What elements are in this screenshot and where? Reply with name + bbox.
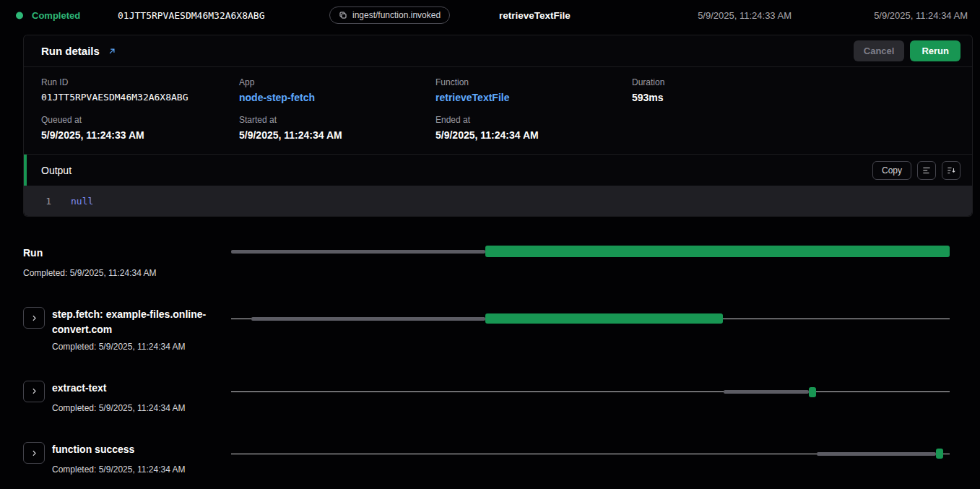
arrow-up-right-icon bbox=[107, 46, 117, 56]
app-link[interactable]: node-step-fetch bbox=[239, 92, 315, 103]
timeline-track bbox=[231, 246, 950, 257]
field-run-id: Run ID 01JTT5RPVAESDM46M32A6X8ABG bbox=[41, 77, 239, 103]
copy-button[interactable]: Copy bbox=[872, 161, 911, 180]
queued-segment bbox=[817, 452, 936, 456]
output-accent-bar bbox=[24, 155, 27, 186]
queued-segment bbox=[724, 390, 809, 394]
timeline-track bbox=[231, 448, 950, 459]
step-duration-marker[interactable] bbox=[809, 387, 816, 397]
align-left-icon bbox=[922, 165, 932, 176]
queued-segment bbox=[231, 250, 485, 254]
run-duration-bar[interactable] bbox=[485, 246, 950, 257]
run-metadata: Run ID 01JTT5RPVAESDM46M32A6X8ABG App no… bbox=[24, 67, 972, 154]
output-section-header: Output Copy bbox=[24, 154, 972, 186]
timeline-row-name: Run bbox=[23, 246, 157, 260]
field-label: App bbox=[239, 77, 435, 87]
run-status: Completed bbox=[16, 10, 80, 21]
field-value: 593ms bbox=[632, 92, 955, 103]
top-run-id: 01JTT5RPVAESDM46M32A6X8ABG bbox=[118, 10, 265, 21]
line-number: 1 bbox=[24, 196, 51, 207]
sort-output-button[interactable] bbox=[942, 161, 961, 180]
status-label: Completed bbox=[32, 10, 80, 21]
event-badge[interactable]: ingest/function.invoked bbox=[329, 7, 450, 24]
field-value: 5/9/2025, 11:24:34 AM bbox=[435, 129, 632, 141]
field-app: App node-step-fetch bbox=[239, 77, 435, 103]
open-run-details-button[interactable] bbox=[107, 46, 117, 56]
expand-step-button[interactable] bbox=[23, 442, 45, 464]
top-bar: Completed 01JTT5RPVAESDM46M32A6X8ABG ing… bbox=[0, 0, 980, 30]
top-function-name: retrieveTextFile bbox=[499, 10, 571, 21]
timeline-row-name: step.fetch: example-files.online-convert… bbox=[52, 307, 217, 337]
timeline-row-step-fetch: step.fetch: example-files.online-convert… bbox=[23, 307, 950, 352]
format-lines-button[interactable] bbox=[917, 161, 936, 180]
field-function: Function retrieveTextFile bbox=[435, 77, 632, 103]
event-badge-label: ingest/function.invoked bbox=[352, 10, 441, 20]
field-value: 01JTT5RPVAESDM46M32A6X8ABG bbox=[41, 92, 239, 103]
field-started-at: Started at 5/9/2025, 11:24:34 AM bbox=[239, 115, 435, 141]
field-duration: Duration 593ms bbox=[632, 77, 955, 103]
sort-descending-icon bbox=[946, 165, 956, 176]
timeline-row-run: Run Completed: 5/9/2025, 11:24:34 AM bbox=[23, 246, 950, 278]
field-value: 5/9/2025, 11:24:33 AM bbox=[41, 129, 239, 141]
timeline-row-completed: Completed: 5/9/2025, 11:24:34 AM bbox=[52, 403, 217, 413]
timeline-row-name: function success bbox=[52, 442, 217, 456]
field-label: Queued at bbox=[41, 115, 239, 125]
run-timeline: Run Completed: 5/9/2025, 11:24:34 AM ste… bbox=[23, 246, 950, 475]
timeline-row-extract-text: extract-text Completed: 5/9/2025, 11:24:… bbox=[23, 381, 950, 413]
timeline-row-completed: Completed: 5/9/2025, 11:24:34 AM bbox=[52, 342, 217, 352]
field-label: Ended at bbox=[435, 115, 632, 125]
chevron-right-icon bbox=[30, 313, 39, 323]
event-stack-icon bbox=[339, 11, 347, 20]
output-code-line: 1 null bbox=[24, 186, 972, 216]
timeline-row-name: extract-text bbox=[52, 381, 217, 395]
timeline-row-completed: Completed: 5/9/2025, 11:24:34 AM bbox=[23, 268, 157, 278]
timeline-baseline bbox=[231, 391, 950, 392]
field-label: Started at bbox=[239, 115, 435, 125]
field-value: 5/9/2025, 11:24:34 AM bbox=[239, 129, 435, 141]
chevron-right-icon bbox=[30, 449, 39, 458]
page-title: Run details bbox=[41, 45, 100, 57]
output-title: Output bbox=[41, 165, 71, 176]
step-duration-marker[interactable] bbox=[936, 449, 943, 459]
field-label: Duration bbox=[632, 77, 955, 87]
expand-step-button[interactable] bbox=[23, 381, 45, 402]
top-started-timestamp: 5/9/2025, 11:24:34 AM bbox=[874, 10, 968, 21]
chevron-right-icon bbox=[30, 386, 39, 396]
field-queued-at: Queued at 5/9/2025, 11:24:33 AM bbox=[41, 115, 239, 141]
function-link[interactable]: retrieveTextFile bbox=[435, 92, 509, 103]
top-queued-timestamp: 5/9/2025, 11:24:33 AM bbox=[698, 10, 792, 21]
queued-segment bbox=[251, 317, 485, 321]
field-label: Run ID bbox=[41, 77, 239, 87]
code-value: null bbox=[71, 196, 93, 207]
timeline-track bbox=[231, 386, 950, 398]
field-ended-at: Ended at 5/9/2025, 11:24:34 AM bbox=[435, 115, 632, 141]
cancel-button[interactable]: Cancel bbox=[854, 40, 905, 61]
timeline-row-function-success: function success Completed: 5/9/2025, 11… bbox=[23, 442, 950, 475]
timeline-row-completed: Completed: 5/9/2025, 11:24:34 AM bbox=[52, 464, 217, 475]
expand-step-button[interactable] bbox=[23, 307, 45, 329]
run-details-header: Run details Cancel Rerun bbox=[24, 35, 972, 67]
rerun-button[interactable]: Rerun bbox=[910, 40, 961, 61]
timeline-track bbox=[231, 313, 950, 324]
run-details-card: Run details Cancel Rerun Run ID 01JTT5RP… bbox=[23, 35, 973, 217]
step-duration-bar[interactable] bbox=[485, 313, 722, 324]
status-dot-icon bbox=[16, 12, 23, 19]
field-label: Function bbox=[435, 77, 632, 87]
